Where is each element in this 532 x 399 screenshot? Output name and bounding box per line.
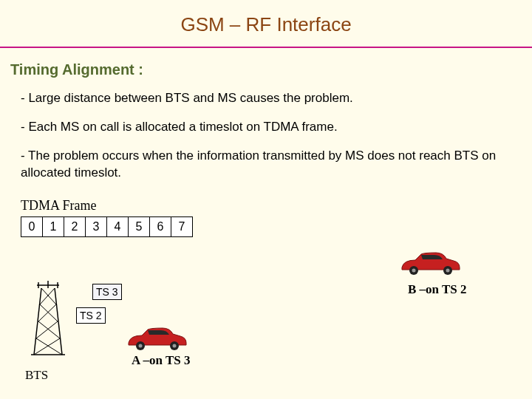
svg-point-20 xyxy=(412,269,416,273)
svg-line-11 xyxy=(36,321,58,338)
svg-line-4 xyxy=(34,288,41,355)
bullet-3: - The problem occurs when the informatio… xyxy=(21,148,516,182)
svg-line-7 xyxy=(40,288,55,304)
title-bar: GSM – RF Interface xyxy=(0,0,532,44)
bts-tower-icon xyxy=(30,281,66,362)
slot-6: 6 xyxy=(150,216,171,236)
svg-line-12 xyxy=(36,338,62,355)
svg-point-22 xyxy=(446,269,450,273)
section-subtitle: Timing Alignment : xyxy=(10,61,532,78)
slot-5: 5 xyxy=(129,216,150,236)
svg-line-6 xyxy=(41,288,56,304)
svg-line-8 xyxy=(40,304,58,321)
svg-point-18 xyxy=(173,344,177,348)
svg-line-5 xyxy=(55,288,62,355)
svg-line-10 xyxy=(38,321,60,338)
svg-point-16 xyxy=(139,344,143,348)
tdma-frame-table: 0 1 2 3 4 5 6 7 xyxy=(21,216,193,237)
car-b-label: B –on TS 2 xyxy=(408,282,467,297)
tdma-frame-label: TDMA Frame xyxy=(21,198,532,214)
slot-3: 3 xyxy=(86,216,107,236)
svg-line-9 xyxy=(38,304,56,321)
car-b-icon xyxy=(399,251,463,276)
car-a-label: A –on TS 3 xyxy=(132,353,191,368)
bullet-1: - Large distance between BTS and MS caus… xyxy=(21,90,516,107)
bullet-2: - Each MS on call is allocated a timeslo… xyxy=(21,119,516,136)
ts3-box: TS 3 xyxy=(92,284,122,300)
slot-4: 4 xyxy=(107,216,129,236)
slot-1: 1 xyxy=(43,216,64,236)
ts2-box: TS 2 xyxy=(76,307,106,324)
bts-label: BTS xyxy=(25,368,48,383)
slot-7: 7 xyxy=(171,216,193,236)
page-title: GSM – RF Interface xyxy=(180,13,351,35)
title-underline xyxy=(0,47,532,48)
slot-2: 2 xyxy=(64,216,86,236)
slot-0: 0 xyxy=(21,216,43,236)
car-a-icon xyxy=(126,327,189,352)
svg-line-13 xyxy=(34,338,60,355)
